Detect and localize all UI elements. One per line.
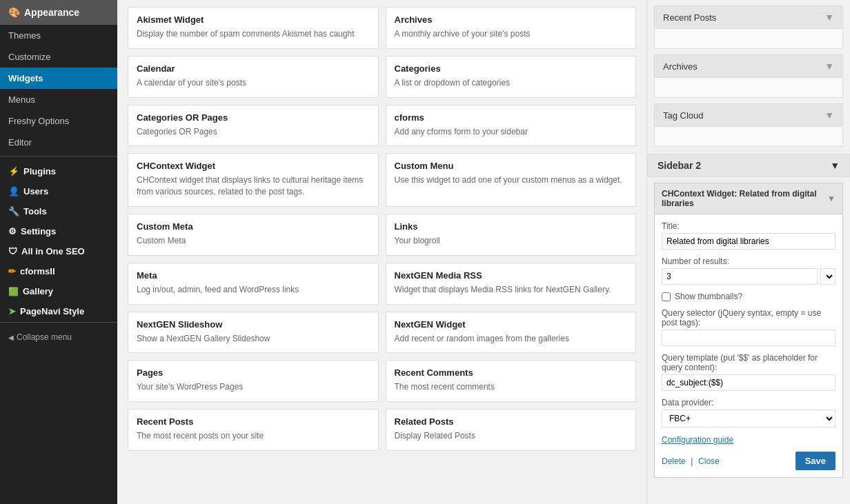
chcontext-header-label: CHContext Widget: Related from digital l…	[662, 189, 827, 208]
widget-card-categories[interactable]: Categories A list or dropdown of categor…	[386, 56, 637, 98]
group-label: All in One SEO	[21, 246, 85, 256]
widget-card-akismet[interactable]: Akismet Widget Display the number of spa…	[128, 7, 379, 49]
archives-label: Archives	[663, 61, 698, 72]
widget-card-calendar[interactable]: Calendar A calendar of your site's posts	[128, 56, 379, 98]
widget-card-archives[interactable]: Archives A monthly archive of your site'…	[386, 7, 637, 49]
settings-icon	[8, 226, 17, 236]
sidebar-group-settings[interactable]: Settings	[0, 219, 117, 239]
widget-description: Add recent or random images from the gal…	[395, 333, 628, 345]
sidebar-item-label: Freshy Options	[8, 116, 69, 126]
query-selector-input[interactable]	[662, 330, 836, 346]
group-label: Tools	[23, 206, 47, 216]
plug-icon	[8, 166, 19, 177]
widget-title: Akismet Widget	[137, 14, 370, 25]
widget-card-pages[interactable]: Pages Your site's WordPress Pages	[128, 360, 379, 402]
sidebar-item-customize[interactable]: Customize	[0, 46, 117, 68]
sidebar-group-pagenavi[interactable]: PageNavi Style	[0, 299, 117, 319]
widget-card-cforms[interactable]: cforms Add any cforms form to your sideb…	[386, 105, 637, 147]
config-guide-link[interactable]: Configuration guide	[662, 435, 733, 445]
widget-title: Custom Menu	[395, 161, 628, 171]
number-label: Number of results:	[662, 256, 836, 266]
tag-cloud-widget-header[interactable]: Tag Cloud ▼	[654, 103, 843, 126]
widget-card-meta[interactable]: Meta Log in/out, admin, feed and WordPre…	[128, 263, 379, 305]
widget-card-links[interactable]: Links Your blogroll	[386, 214, 637, 256]
widget-card-recent-posts[interactable]: Recent Posts The most recent posts on yo…	[128, 409, 379, 451]
sidebar2-header[interactable]: Sidebar 2 ▼	[647, 154, 850, 177]
widget-card-recent-comments[interactable]: Recent Comments The most recent comments	[386, 360, 637, 402]
widget-title: NextGEN Media RSS	[395, 270, 628, 281]
widget-card-custom-meta[interactable]: Custom Meta Custom Meta	[128, 214, 379, 256]
show-thumbnails-row: Show thumbnails?	[662, 292, 836, 301]
users-icon	[8, 186, 19, 196]
widget-card-chcontext[interactable]: CHContext Widget CHContext widget that d…	[128, 153, 379, 207]
sidebar-item-freshy-options[interactable]: Freshy Options	[0, 110, 117, 132]
collapse-menu-button[interactable]: Collapse menu	[0, 325, 117, 349]
widget-card-custom-menu[interactable]: Custom Menu Use this widget to add one o…	[386, 153, 637, 207]
sidebar-item-widgets[interactable]: Widgets	[0, 68, 117, 89]
recent-posts-widget-header[interactable]: Recent Posts ▼	[654, 6, 843, 28]
data-provider-select[interactable]: FBC+EuropeanaThe European LibraryDDB	[662, 410, 836, 427]
save-button[interactable]: Save	[795, 452, 836, 470]
sidebar-item-label: Themes	[8, 30, 41, 41]
widget-description: Show a NextGEN Gallery Slideshow	[137, 333, 370, 345]
sidebar-item-menus[interactable]: Menus	[0, 89, 117, 110]
sidebar-header[interactable]: 🎨 Appearance	[0, 0, 117, 25]
appearance-icon: 🎨	[8, 7, 20, 18]
widget-description: Custom Meta	[137, 235, 370, 247]
sidebar: 🎨 Appearance Themes Customize Widgets Me…	[0, 0, 117, 504]
chevron-down-icon: ▼	[824, 61, 834, 72]
close-link[interactable]: Close	[698, 456, 720, 466]
right-panel: Recent Posts ▼ Archives ▼ Tag Cloud ▼	[646, 0, 850, 504]
main-content: Akismet Widget Display the number of spa…	[117, 0, 850, 504]
widget-description: Log in/out, admin, feed and WordPress li…	[137, 284, 370, 296]
group-label: Plugins	[23, 166, 56, 177]
sidebar-header-label: Appearance	[24, 7, 79, 18]
widget-title: NextGEN Slideshow	[137, 319, 370, 330]
widget-title: Recent Posts	[137, 416, 370, 427]
widget-title: Categories OR Pages	[137, 112, 370, 123]
sidebar-group-seo[interactable]: All in One SEO	[0, 239, 117, 259]
sidebar-group-users[interactable]: Users	[0, 179, 117, 199]
group-label: PageNavi Style	[20, 306, 84, 316]
delete-link[interactable]: Delete	[662, 456, 686, 466]
content-area: Akismet Widget Display the number of spa…	[117, 0, 850, 504]
widget-card-nextgen-slideshow[interactable]: NextGEN Slideshow Show a NextGEN Gallery…	[128, 312, 379, 354]
widget-title: Meta	[137, 270, 370, 281]
number-select[interactable]: 12345678910	[820, 268, 836, 285]
number-row: Number of results: 12345678910	[662, 256, 836, 285]
title-input[interactable]	[662, 233, 836, 250]
title-row: Title:	[662, 221, 836, 250]
sidebar-item-themes[interactable]: Themes	[0, 25, 117, 46]
chevron-down-icon: ▼	[830, 160, 840, 171]
delete-close-links: Delete | Close	[662, 456, 720, 466]
widget-title: CHContext Widget	[137, 161, 370, 171]
widget-description: Categories OR Pages	[137, 126, 370, 138]
query-template-input[interactable]	[662, 374, 836, 391]
widget-card-nextgen-media-rss[interactable]: NextGEN Media RSS Widget that displays M…	[386, 263, 637, 305]
chevron-down-icon: ▼	[827, 194, 836, 203]
chcontext-header[interactable]: CHContext Widget: Related from digital l…	[655, 183, 842, 214]
sidebar-group-tools[interactable]: Tools	[0, 199, 117, 219]
pagenavi-icon	[8, 306, 16, 316]
show-thumbnails-checkbox[interactable]	[662, 292, 671, 301]
sidebar-group-gallery[interactable]: Gallery	[0, 279, 117, 299]
widget-card-nextgen-widget[interactable]: NextGEN Widget Add recent or random imag…	[386, 312, 637, 354]
sidebar-group-plugins[interactable]: Plugins	[0, 159, 117, 179]
widget-card-categories-or-pages[interactable]: Categories OR Pages Categories OR Pages	[128, 105, 379, 147]
number-input[interactable]	[662, 268, 818, 285]
top-widgets-area: Recent Posts ▼ Archives ▼ Tag Cloud ▼	[647, 0, 850, 147]
sidebar-group-cforms[interactable]: cformsII	[0, 259, 117, 279]
widget-title: Calendar	[137, 63, 370, 74]
archives-widget-header[interactable]: Archives ▼	[654, 54, 843, 77]
chcontext-panel: CHContext Widget: Related from digital l…	[654, 183, 843, 478]
widget-list: Akismet Widget Display the number of spa…	[117, 0, 646, 504]
separator: |	[691, 456, 693, 466]
widget-card-related-posts[interactable]: Related Posts Display Related Posts	[386, 409, 637, 451]
sidebar-item-editor[interactable]: Editor	[0, 132, 117, 153]
collapse-label: Collapse menu	[17, 332, 72, 342]
widget-description: Your site's WordPress Pages	[137, 381, 370, 393]
query-template-label: Query template (put '$$' as placeholder …	[662, 353, 836, 372]
tag-cloud-label: Tag Cloud	[663, 110, 704, 121]
recent-posts-label: Recent Posts	[663, 12, 716, 23]
sidebar2-label: Sidebar 2	[658, 160, 701, 171]
